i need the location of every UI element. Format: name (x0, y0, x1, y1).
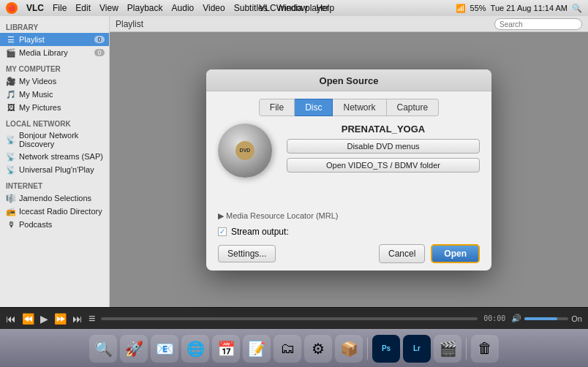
sidebar-item-sap[interactable]: 📡 Network streams (SAP) (0, 150, 109, 163)
local-network-header: LOCAL NETWORK (0, 117, 109, 129)
dock-launchpad[interactable]: 🚀 (120, 335, 148, 363)
tab-file[interactable]: File (259, 99, 295, 116)
open-video-ts-button[interactable]: Open VIDEO_TS / BDMV folder (287, 158, 480, 173)
icecast-icon: 📻 (6, 206, 16, 216)
menu-playback[interactable]: Playback (127, 3, 163, 13)
playlist-header-bar: Playlist (110, 16, 588, 32)
stream-output-checkbox[interactable]: ✓ (218, 227, 227, 236)
dialog-footer: Settings... Cancel Open (218, 244, 480, 263)
cancel-button[interactable]: Cancel (379, 244, 425, 263)
volume-level: On (571, 314, 582, 323)
search-icon[interactable]: 🔍 (572, 4, 582, 13)
bonjour-icon: 📡 (6, 135, 16, 145)
sidebar: LIBRARY ☰ Playlist 0 🎬 Media Library 0 M… (0, 16, 110, 307)
podcasts-icon: 🎙 (6, 219, 16, 230)
sidebar-item-upnp[interactable]: 📡 Universal Plug'n'Play (0, 163, 109, 176)
my-computer-header: MY COMPUTER (0, 62, 109, 75)
sidebar-item-pictures[interactable]: 🖼 My Pictures (0, 101, 109, 114)
tab-network[interactable]: Network (333, 99, 386, 116)
dock-files[interactable]: 🗂 (274, 335, 301, 363)
time-display: 00:00 (483, 314, 505, 322)
search-bar (494, 18, 582, 30)
dialog-titlebar: Open Source (206, 69, 491, 91)
dvd-label-text: DVD (240, 148, 251, 153)
tab-capture[interactable]: Capture (387, 99, 440, 116)
dialog-footer-right: Cancel Open (379, 244, 480, 263)
dock-system-prefs[interactable]: ⚙ (304, 335, 332, 363)
sidebar-item-media-library[interactable]: 🎬 Media Library 0 (0, 46, 109, 59)
sidebar-item-icecast[interactable]: 📻 Icecast Radio Directory (0, 205, 109, 218)
tab-disc[interactable]: Disc (295, 99, 333, 116)
menu-view[interactable]: View (99, 3, 118, 13)
sidebar-item-music[interactable]: 🎵 My Music (0, 88, 109, 101)
menu-file[interactable]: File (53, 3, 67, 13)
open-button[interactable]: Open (431, 244, 480, 263)
search-input[interactable] (494, 18, 582, 30)
stream-output-label: Stream output: (231, 227, 289, 237)
dialog-tabs: File Disc Network Capture (218, 99, 480, 116)
dvd-label: DVD (235, 141, 255, 160)
media-library-icon: 🎬 (6, 48, 16, 58)
dvd-disc: DVD (218, 124, 272, 178)
window-title: VLC media player (259, 3, 328, 13)
previous-button[interactable]: ⏮ (6, 313, 16, 325)
dock-calendar[interactable]: 📅 (212, 335, 240, 363)
dock-lightroom[interactable]: Lr (403, 335, 431, 363)
sidebar-item-playlist[interactable]: ☰ Playlist 0 (0, 33, 109, 46)
sidebar-playlist-label: Playlist (19, 35, 45, 44)
sidebar-item-videos[interactable]: 🎥 My Videos (0, 75, 109, 88)
playlist-toggle-button[interactable]: ≡ (88, 312, 95, 325)
sidebar-item-podcasts[interactable]: 🎙 Podcasts (0, 218, 109, 231)
dock-trash[interactable]: 🗑 (471, 335, 499, 363)
settings-button[interactable]: Settings... (218, 245, 276, 262)
disable-dvd-menus-button[interactable]: Disable DVD menus (287, 139, 480, 154)
menubar: 🔴 VLC File Edit View Playback Audio Vide… (0, 0, 588, 16)
dock-safari[interactable]: 🌐 (181, 335, 209, 363)
menu-vlc[interactable]: VLC (26, 3, 44, 13)
videos-icon: 🎥 (6, 76, 16, 86)
mrl-section[interactable]: ▶ Media Resource Locator (MRL) (218, 211, 480, 221)
stream-section: ✓ Stream output: (218, 227, 480, 237)
rewind-button[interactable]: ⏪ (22, 313, 34, 325)
disc-title: PRENATAL_YOGA (287, 124, 480, 135)
sidebar-media-library-label: Media Library (19, 48, 68, 57)
music-icon: 🎵 (6, 89, 16, 99)
library-section: LIBRARY ☰ Playlist 0 🎬 Media Library 0 (0, 20, 109, 59)
dock-finder[interactable]: 🔍 (89, 335, 117, 363)
menu-video[interactable]: Video (203, 3, 225, 13)
play-button[interactable]: ▶ (40, 313, 48, 325)
dock-vlc[interactable]: 🎬 (434, 335, 461, 363)
next-button[interactable]: ⏭ (72, 313, 83, 325)
upnp-icon: 📡 (6, 164, 16, 175)
volume-icon[interactable]: 🔊 (511, 314, 521, 323)
dock-separator-2 (466, 338, 467, 360)
datetime: Tue 21 Aug 11:14 AM (491, 4, 568, 12)
dock-mail[interactable]: 📧 (151, 335, 178, 363)
sidebar-item-bonjour[interactable]: 📡 Bonjour Network Discovery (0, 129, 109, 150)
dock-app-store[interactable]: 📦 (335, 335, 363, 363)
dock: 🔍 🚀 📧 🌐 📅 📝 🗂 ⚙ 📦 Ps Lr 🎬 🗑 (0, 329, 588, 367)
menu-audio[interactable]: Audio (172, 3, 195, 13)
dialog-right: PRENATAL_YOGA Disable DVD menus Open VID… (287, 124, 480, 173)
playlist-title: Playlist (116, 19, 143, 29)
volume-slider[interactable] (524, 317, 568, 320)
my-computer-section: MY COMPUTER 🎥 My Videos 🎵 My Music 🖼 My … (0, 62, 109, 114)
wifi-icon: 📶 (456, 4, 466, 13)
menu-edit[interactable]: Edit (75, 3, 91, 13)
playlist-icon: ☰ (6, 34, 16, 45)
jamendo-icon: 🎼 (6, 193, 16, 203)
playlist-badge: 0 (94, 36, 105, 43)
internet-header: INTERNET (0, 179, 109, 192)
sidebar-item-jamendo[interactable]: 🎼 Jamendo Selections (0, 192, 109, 205)
dock-photoshop[interactable]: Ps (372, 335, 400, 363)
dialog-overlay: Open Source File Disc Network Capture (110, 32, 588, 307)
progress-bar[interactable] (101, 317, 478, 320)
dialog-content: DVD PRENATAL_YOGA Disable DVD menus Open… (218, 124, 480, 204)
dvd-image: DVD (218, 124, 276, 182)
vlc-logo-icon: 🔴 (6, 2, 18, 14)
dock-notes[interactable]: 📝 (243, 335, 271, 363)
battery-status: 55% (470, 4, 486, 12)
fast-forward-button[interactable]: ⏩ (54, 313, 67, 325)
mrl-label: ▶ Media Resource Locator (MRL) (218, 211, 339, 220)
bottom-toolbar: ⏮ ⏪ ▶ ⏩ ⏭ ≡ 00:00 🔊 On (0, 307, 588, 329)
